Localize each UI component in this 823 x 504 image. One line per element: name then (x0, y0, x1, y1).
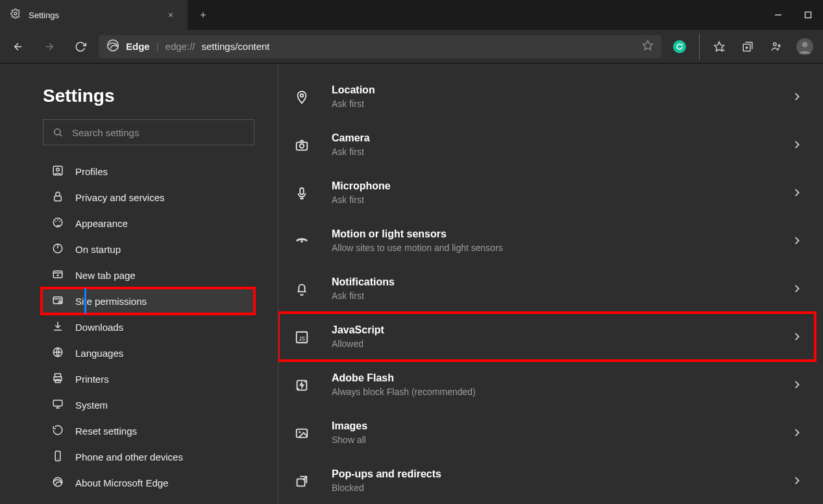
permission-motion-or-light-sensors[interactable]: Motion or light sensorsAllow sites to us… (278, 217, 815, 265)
popup-icon (286, 473, 317, 488)
profile-icon (52, 165, 64, 178)
address-brand: Edge (126, 41, 150, 52)
permission-subtitle: Ask first (332, 291, 774, 301)
back-button[interactable] (5, 34, 31, 60)
power-icon (52, 243, 64, 256)
tab-label: Settings (29, 10, 156, 20)
permission-pop-ups-and-redirects[interactable]: Pop-ups and redirectsBlocked (278, 457, 815, 504)
close-tab-button[interactable] (164, 8, 177, 21)
sidebar-item-label: Profiles (75, 166, 108, 177)
permission-subtitle: Show all (332, 435, 774, 445)
js-icon (286, 329, 317, 344)
gear-icon (10, 8, 21, 21)
forward-button[interactable] (36, 34, 62, 60)
flash-icon (286, 377, 317, 392)
permission-adobe-flash[interactable]: Adobe FlashAlways block Flash (recommend… (278, 361, 815, 409)
permission-subtitle: Ask first (332, 99, 774, 109)
permission-title: Camera (332, 132, 774, 144)
permission-notifications[interactable]: NotificationsAsk first (278, 265, 815, 313)
sidebar-item-reset-settings[interactable]: Reset settings (0, 418, 278, 444)
svg-rect-1 (805, 12, 811, 18)
window-controls (763, 0, 823, 30)
sidebar-item-label: Site permissions (75, 296, 147, 307)
address-url: settings/content (201, 41, 269, 52)
newtab-icon (52, 269, 64, 282)
sidebar-item-about-microsoft-edge[interactable]: About Microsoft Edge (0, 470, 278, 496)
permission-title: Notifications (332, 276, 774, 288)
browser-tab[interactable]: Settings (0, 0, 188, 30)
address-bar[interactable]: Edge | edge://settings/content (99, 35, 661, 58)
sidebar-item-label: On startup (75, 244, 121, 255)
svg-marker-3 (643, 41, 653, 50)
favorites-button[interactable] (706, 34, 732, 60)
sidebar-item-label: Phone and other devices (75, 451, 183, 462)
download-icon (52, 320, 64, 334)
content-panel: LocationAsk firstCameraAsk firstMicropho… (278, 64, 823, 504)
sidebar-item-label: Printers (75, 374, 109, 385)
chevron-right-icon (788, 330, 806, 343)
sidebar-item-downloads[interactable]: Downloads (0, 314, 278, 340)
reset-icon (52, 424, 64, 438)
svg-point-10 (55, 129, 60, 135)
permission-title: Pop-ups and redirects (332, 468, 774, 480)
maximize-button[interactable] (793, 0, 823, 30)
new-tab-button[interactable] (188, 0, 218, 30)
settings-search[interactable] (43, 119, 254, 145)
permission-title: Location (332, 84, 774, 96)
permission-microphone[interactable]: MicrophoneAsk first (278, 169, 815, 217)
minimize-button[interactable] (763, 0, 793, 30)
sidebar-item-new-tab-page[interactable]: New tab page (0, 262, 278, 288)
permission-javascript[interactable]: JavaScriptAllowed (278, 313, 815, 361)
settings-search-input[interactable] (72, 127, 245, 138)
permission-location[interactable]: LocationAsk first (278, 73, 815, 121)
sidebar-item-label: Appearance (75, 218, 128, 229)
permission-camera[interactable]: CameraAsk first (278, 121, 815, 169)
sidebar-item-site-permissions[interactable]: Site permissions (42, 288, 254, 314)
profile-switch-button[interactable] (763, 34, 789, 60)
refresh-button[interactable] (68, 34, 93, 60)
permission-subtitle: Allow sites to use motion and light sens… (332, 243, 774, 253)
chevron-right-icon (788, 138, 806, 151)
image-icon (286, 425, 317, 440)
collections-button[interactable] (735, 34, 761, 60)
titlebar: Settings (0, 0, 823, 30)
sidebar: Settings ProfilesPrivacy and servicesApp… (0, 64, 278, 504)
camera-icon (286, 137, 317, 152)
sidebar-item-on-startup[interactable]: On startup (0, 236, 278, 262)
sidebar-item-phone-and-other-devices[interactable]: Phone and other devices (0, 444, 278, 470)
sidebar-item-profiles[interactable]: Profiles (0, 158, 278, 184)
permission-images[interactable]: ImagesShow all (278, 409, 815, 457)
sidebar-item-label: Privacy and services (75, 192, 165, 203)
svg-point-6 (774, 43, 777, 46)
sidebar-item-label: About Microsoft Edge (75, 477, 168, 488)
permission-subtitle: Blocked (332, 483, 774, 493)
palette-icon (52, 217, 64, 230)
account-avatar[interactable] (792, 34, 818, 60)
sidebar-item-languages[interactable]: Languages (0, 340, 278, 366)
microphone-icon (286, 185, 317, 200)
permission-title: JavaScript (332, 324, 774, 336)
search-icon (53, 127, 63, 138)
permission-subtitle: Ask first (332, 195, 774, 205)
sidebar-item-label: Languages (75, 348, 123, 359)
edge-logo-icon (106, 39, 119, 54)
permission-title: Adobe Flash (332, 372, 774, 384)
sidebar-item-system[interactable]: System (0, 392, 278, 418)
favorite-star-icon[interactable] (642, 40, 654, 53)
permission-title: Images (332, 420, 774, 432)
sidebar-item-appearance[interactable]: Appearance (0, 210, 278, 236)
permission-subtitle: Ask first (332, 147, 774, 157)
chevron-right-icon (788, 282, 806, 295)
permission-title: Microphone (332, 180, 774, 192)
chevron-right-icon (788, 474, 806, 487)
sidebar-item-privacy-and-services[interactable]: Privacy and services (0, 184, 278, 210)
address-url-dim: edge:// (166, 41, 195, 52)
permission-title: Motion or light sensors (332, 228, 774, 240)
printer-icon (52, 372, 64, 386)
grammarly-extension-icon[interactable] (667, 34, 693, 60)
svg-marker-4 (715, 42, 724, 51)
svg-point-7 (778, 45, 780, 47)
sidebar-item-printers[interactable]: Printers (0, 366, 278, 392)
chevron-right-icon (788, 90, 806, 103)
sidebar-item-label: Reset settings (75, 426, 137, 437)
